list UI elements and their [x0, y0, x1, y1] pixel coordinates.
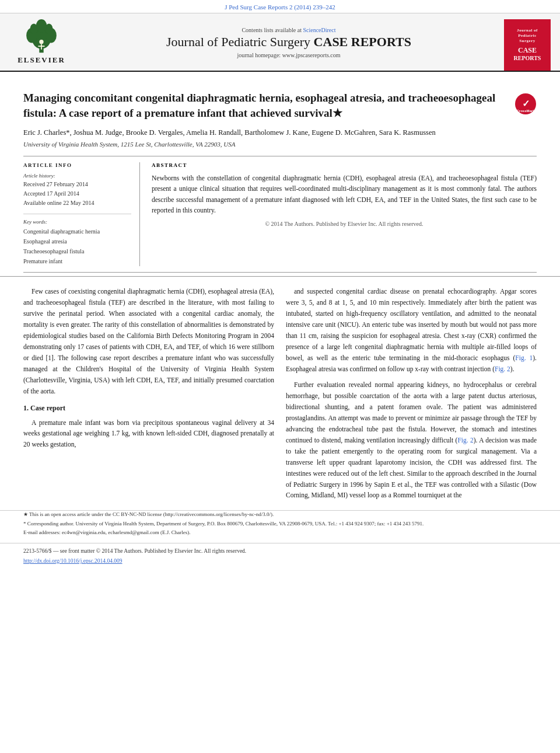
section-1-heading: 1. Case report	[23, 403, 274, 414]
article-info-title: ARTICLE INFO	[23, 162, 131, 168]
authors-line: Eric J. Charles*, Joshua M. Judge, Brook…	[23, 127, 537, 138]
citation-bar: J Ped Surg Case Reports 2 (2014) 239–242	[0, 0, 560, 13]
keyword-3: Tracheoesophageal fistula	[23, 246, 131, 256]
footnote-email: E-mail addresses: ec4wn@virginia.edu, ec…	[23, 529, 537, 537]
article-title-text: Managing concomitant congenital diaphrag…	[23, 90, 509, 120]
contents-available: Contents lists available at ScienceDirec…	[242, 27, 335, 33]
footnote-star: ★ This is an open access article under t…	[23, 511, 537, 519]
elsevier-tree-icon	[18, 19, 65, 54]
fig1-link[interactable]: Fig. 1	[515, 354, 533, 361]
svg-point-6	[36, 19, 47, 32]
abstract-title: ABSTRACT	[152, 162, 537, 168]
info-divider	[23, 214, 131, 214]
info-abstract-section: ARTICLE INFO Article history: Received 2…	[0, 162, 560, 266]
article-title-section: Managing concomitant congenital diaphrag…	[0, 72, 560, 156]
fig2-link-1[interactable]: Fig. 2	[495, 365, 510, 372]
body-col-left: Few cases of coexisting congenital diaph…	[23, 286, 274, 506]
article-dates: Received 27 February 2014 Accepted 17 Ap…	[23, 180, 131, 208]
keywords-section: Key words: Congenital diaphragmatic hern…	[23, 219, 131, 266]
available-date: Available online 22 May 2014	[23, 198, 131, 208]
body-para-1: Few cases of coexisting congenital diaph…	[23, 286, 274, 397]
badge-reports-text: REPORTS	[514, 54, 541, 62]
keywords-label: Key words:	[23, 219, 131, 225]
body-para-4: Further evaluation revealed normal appea…	[286, 379, 537, 501]
crossmark-icon: ✓ CrossMark	[514, 93, 537, 115]
page-footer: 2213-5766/$ — see front matter © 2014 Th…	[0, 543, 560, 569]
article-title-block: Managing concomitant congenital diaphrag…	[23, 90, 537, 120]
journal-badge: Journal ofPediatricSurgery CASE REPORTS	[504, 19, 551, 71]
badge-journal-name: Journal ofPediatricSurgery	[517, 28, 538, 44]
fig2-link-2[interactable]: Fig. 2	[457, 437, 473, 444]
elsevier-wordmark: ELSEVIER	[18, 55, 65, 65]
body-col-right: and suspected congenital cardiac disease…	[286, 286, 537, 506]
journal-title-area: Contents lists available at ScienceDirec…	[79, 19, 498, 71]
abstract-copyright: © 2014 The Authors. Published by Elsevie…	[152, 221, 537, 227]
article-info-panel: ARTICLE INFO Article history: Received 2…	[23, 162, 140, 266]
received-date: Received 27 February 2014	[23, 180, 131, 189]
footer-doi-link[interactable]: http://dx.doi.org/10.1016/j.epsc.2014.04…	[23, 558, 123, 564]
sciencedirect-link[interactable]: ScienceDirect	[303, 27, 335, 33]
svg-point-7	[39, 40, 43, 44]
body-para-2: A premature male infant was born via pre…	[23, 417, 274, 451]
keyword-4: Premature infant	[23, 256, 131, 266]
keyword-1: Congenital diaphragmatic hernia	[23, 226, 131, 236]
body-section: Few cases of coexisting congenital diaph…	[0, 276, 560, 506]
header-divider	[23, 156, 537, 156]
svg-text:CrossMark: CrossMark	[516, 109, 535, 113]
accepted-date: Accepted 17 April 2014	[23, 189, 131, 198]
journal-header: ELSEVIER Contents lists available at Sci…	[0, 13, 560, 72]
journal-name: Journal of Pediatric Surgery CASE REPORT…	[166, 34, 411, 50]
footnotes-section: ★ This is an open access article under t…	[0, 510, 560, 537]
history-label: Article history:	[23, 173, 131, 179]
affiliation-line: University of Virginia Health System, 12…	[23, 141, 537, 148]
keyword-2: Esophageal atresia	[23, 236, 131, 246]
svg-text:✓: ✓	[522, 99, 530, 109]
citation-text: J Ped Surg Case Reports 2 (2014) 239–242	[225, 4, 335, 11]
elsevier-logo: ELSEVIER	[18, 19, 65, 65]
badge-case-text: CASE	[518, 47, 537, 54]
abstract-panel: ABSTRACT Newborns with the constellation…	[152, 162, 537, 266]
abstract-text: Newborns with the constellation of conge…	[152, 173, 537, 216]
footnote-corresponding: * Corresponding author. University of Vi…	[23, 520, 537, 528]
journal-homepage: journal homepage: www.jpscasereports.com	[237, 52, 340, 58]
elsevier-logo-area: ELSEVIER	[9, 19, 74, 71]
body-para-3: and suspected congenital cardiac disease…	[286, 286, 537, 375]
footer-issn: 2213-5766/$ — see front matter © 2014 Th…	[23, 548, 537, 554]
